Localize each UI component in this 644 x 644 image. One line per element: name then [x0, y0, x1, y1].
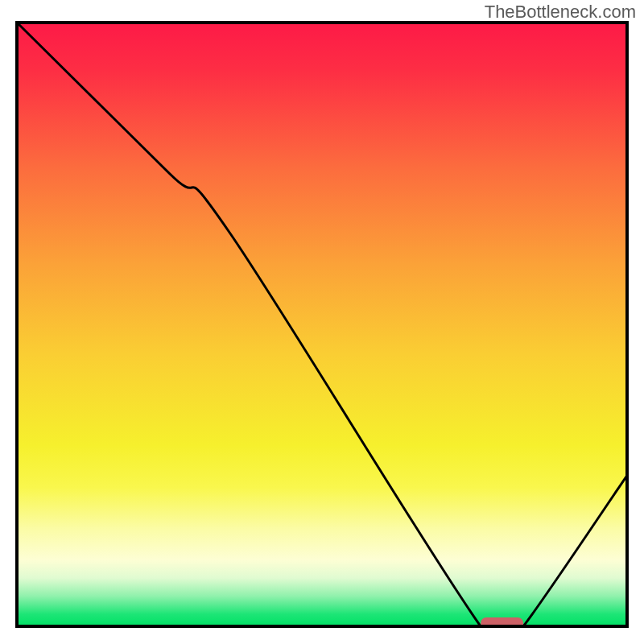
watermark-text: TheBottleneck.com: [485, 2, 636, 23]
chart-container: TheBottleneck.com: [0, 0, 644, 644]
chart-svg: [0, 0, 644, 644]
